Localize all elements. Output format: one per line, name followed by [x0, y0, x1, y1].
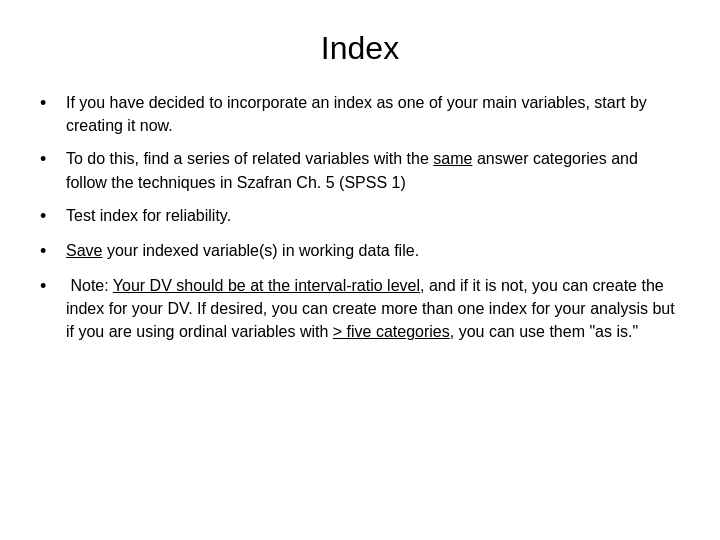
underline-text: > five categories — [333, 323, 450, 340]
list-item-text: If you have decided to incorporate an in… — [66, 91, 680, 137]
underline-text: same — [433, 150, 472, 167]
bullet-symbol: • — [40, 146, 60, 172]
content-area: • If you have decided to incorporate an … — [40, 91, 680, 520]
bullet-symbol: • — [40, 238, 60, 264]
page-title: Index — [40, 30, 680, 67]
bullet-symbol: • — [40, 273, 60, 299]
page-container: Index • If you have decided to incorpora… — [0, 0, 720, 540]
bullet-symbol: • — [40, 90, 60, 116]
bullet-symbol: • — [40, 203, 60, 229]
list-item-text: Save your indexed variable(s) in working… — [66, 239, 680, 262]
underline-text: Your DV should be at the interval-ratio … — [113, 277, 420, 294]
list-item-text: To do this, find a series of related var… — [66, 147, 680, 193]
list-item-text: Note: Your DV should be at the interval-… — [66, 274, 680, 344]
list-item: • Save your indexed variable(s) in worki… — [40, 239, 680, 264]
list-item: • If you have decided to incorporate an … — [40, 91, 680, 137]
list-item: • To do this, find a series of related v… — [40, 147, 680, 193]
underline-text: Save — [66, 242, 102, 259]
list-item: • Test index for reliability. — [40, 204, 680, 229]
list-item-text: Test index for reliability. — [66, 204, 680, 227]
list-item: • Note: Your DV should be at the interva… — [40, 274, 680, 344]
bullet-list: • If you have decided to incorporate an … — [40, 91, 680, 344]
